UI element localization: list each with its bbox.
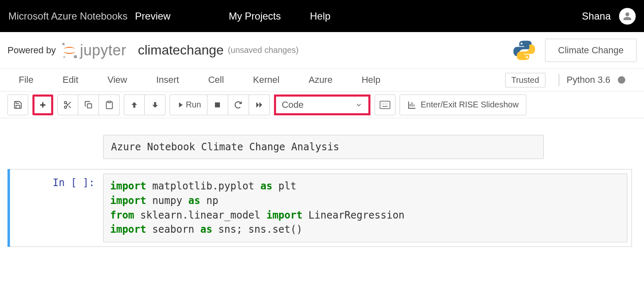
stop-button[interactable] [207,95,228,115]
move-down-button[interactable] [145,95,165,115]
save-button[interactable] [7,95,28,115]
run-label: Run [186,100,201,109]
nav-help[interactable]: Help [310,10,331,22]
menu-azure[interactable]: Azure [308,75,332,85]
username[interactable]: Shana [582,10,611,22]
code-line-3: from sklearn.linear_model import LinearR… [110,208,620,223]
jupyter-header: Powered by jupyter climatechange (unsave… [0,32,644,69]
heading-cell[interactable]: Azure Notebook Climate Change Analysis [103,135,544,159]
azure-top-header: Microsoft Azure Notebooks Preview My Pro… [0,0,644,32]
plus-icon [38,100,47,109]
menu-insert[interactable]: Insert [156,75,179,85]
code-line-1: import matplotlib.pyplot as plt [110,179,620,194]
bar-chart-icon [407,100,417,109]
kernel-label: Python 3.6 [567,75,610,85]
notebook-area: Azure Notebook Climate Change Analysis I… [0,118,644,247]
menu-file[interactable]: File [19,75,33,85]
cut-button[interactable] [57,95,78,115]
command-palette-button[interactable] [375,95,395,115]
svg-point-2 [63,56,65,58]
svg-rect-5 [87,104,91,108]
jupyter-text: jupyter [80,42,126,59]
code-line-2: import numpy as np [110,194,620,208]
cell-type-select[interactable]: Code [274,95,370,115]
jupyter-icon [61,42,78,59]
arrow-up-icon [130,101,138,109]
menu-cell[interactable]: Cell [208,75,224,85]
code-cell[interactable]: In [ ]: import matplotlib.pyplot as plt … [7,169,632,247]
code-input-area[interactable]: import matplotlib.pyplot as plt import n… [103,174,627,242]
svg-point-1 [74,55,77,58]
jupyter-logo[interactable]: jupyter [61,42,126,59]
kernel-name-button[interactable]: Climate Change [545,39,637,62]
notebook-status: (unsaved changes) [228,45,299,55]
rise-label: Enter/Exit RISE Slideshow [421,100,519,109]
menu-edit[interactable]: Edit [62,75,78,85]
paste-icon [105,100,114,109]
preview-label: Preview [135,10,170,22]
add-cell-button[interactable] [32,95,53,115]
cell-type-value: Code [282,99,304,110]
chevron-down-icon [355,101,363,109]
svg-rect-7 [215,102,220,107]
move-up-button[interactable] [124,95,145,115]
run-icon [176,101,183,109]
trusted-badge[interactable]: Trusted [505,73,545,87]
menu-help[interactable]: Help [362,75,380,85]
arrow-down-icon [151,101,159,109]
nav-my-projects[interactable]: My Projects [229,10,281,22]
scissors-icon [63,100,72,109]
menu-view[interactable]: View [107,75,127,85]
menu-bar: File Edit View Insert Cell Kernel Azure … [0,69,644,92]
user-icon [623,12,632,21]
restart-run-all-button[interactable] [249,95,270,115]
fast-forward-icon [255,101,263,109]
svg-point-4 [64,106,67,108]
powered-by-label: Powered by [7,45,56,56]
toolbar: Run Code Enter/Exit RISE Slideshow [0,92,644,118]
code-line-4: import seaborn as sns; sns.set() [110,222,620,237]
notebook-name[interactable]: climatechange [138,42,224,58]
menu-kernel[interactable]: Kernel [253,75,280,85]
rise-slideshow-button[interactable]: Enter/Exit RISE Slideshow [400,95,527,115]
keyboard-icon [380,101,390,109]
svg-point-3 [64,101,67,104]
run-button[interactable]: Run [170,95,207,115]
svg-rect-6 [108,101,111,102]
restart-button[interactable] [228,95,249,115]
divider [559,74,559,86]
copy-icon [84,100,93,109]
copy-button[interactable] [78,95,99,115]
input-prompt: In [ ]: [10,169,103,246]
brand-text: Microsoft Azure Notebooks [8,10,128,22]
kernel-indicator-icon [618,76,625,84]
paste-button[interactable] [99,95,120,115]
restart-icon [234,101,242,109]
stop-icon [214,101,221,109]
avatar[interactable] [619,8,636,25]
python-logo-icon [512,39,537,62]
svg-point-0 [62,42,65,45]
save-icon [13,100,22,109]
